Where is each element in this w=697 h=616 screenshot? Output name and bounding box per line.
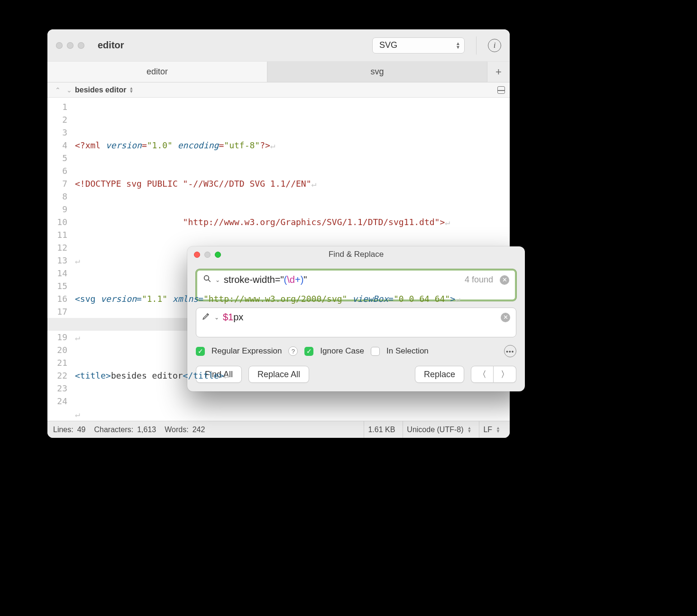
status-words-value: 242	[193, 426, 205, 434]
minimize-icon[interactable]	[67, 42, 73, 49]
clear-icon[interactable]: ✕	[500, 275, 509, 285]
path-bar: ⌃ ⌄ besides editor ▲▼	[47, 82, 510, 98]
chevron-updown-icon: ▲▼	[456, 42, 460, 49]
regex-label: Regular Expression	[211, 346, 282, 356]
status-lines-value: 49	[77, 426, 86, 434]
info-icon[interactable]: i	[488, 39, 501, 52]
svg-line-1	[208, 280, 211, 282]
chevron-updown-icon: ▲▼	[467, 426, 471, 433]
zoom-icon[interactable]	[78, 42, 84, 49]
search-icon	[203, 274, 211, 285]
path-label[interactable]: besides editor	[75, 86, 126, 94]
chevron-down-icon[interactable]: ⌄	[215, 277, 220, 283]
line-gutter: 123456789101112131415161718192021222324	[47, 98, 71, 421]
chevron-down-icon[interactable]: ⌄	[214, 314, 219, 321]
in-selection-checkbox[interactable]	[371, 347, 380, 356]
line-ending-select[interactable]: LF ▲▼	[479, 421, 504, 438]
tab-editor[interactable]: editor	[47, 62, 267, 82]
replace-text: $1px	[223, 312, 497, 323]
in-selection-label: In Selection	[386, 346, 429, 356]
tab-label: svg	[370, 67, 384, 77]
tab-label: editor	[147, 67, 168, 77]
pencil-icon	[202, 312, 211, 323]
clear-icon[interactable]: ✕	[501, 313, 510, 322]
status-bar: Lines: 49 Characters: 1,613 Words: 242 1…	[47, 421, 510, 438]
tab-svg[interactable]: svg	[267, 62, 487, 82]
layout-icon[interactable]	[497, 86, 505, 94]
encoding-select[interactable]: Unicode (UTF-8) ▲▼	[403, 421, 475, 438]
divider	[476, 36, 477, 54]
traffic-lights	[56, 42, 84, 49]
syntax-mode-label: SVG	[379, 40, 397, 50]
more-options-icon[interactable]: •••	[504, 345, 516, 357]
regex-checkbox[interactable]: ✓	[196, 347, 205, 356]
chevron-down-icon[interactable]: ⌄	[66, 86, 72, 94]
close-icon[interactable]	[56, 42, 63, 49]
status-chars-label: Characters:	[94, 426, 134, 434]
add-tab-button[interactable]: +	[487, 62, 510, 82]
find-options: ✓ Regular Expression ? ✓ Ignore Case In …	[196, 345, 516, 357]
code-area[interactable]: <?xml version="1.0" encoding="utf-8"?>↵ …	[71, 98, 510, 421]
syntax-mode-select[interactable]: SVG ▲▼	[372, 37, 465, 54]
svg-point-0	[204, 276, 209, 281]
chevron-updown-icon[interactable]: ▲▼	[129, 87, 133, 93]
editor-window: editor SVG ▲▼ i editor svg + ⌃ ⌄ besides…	[47, 29, 510, 438]
chevron-up-icon[interactable]: ⌃	[55, 86, 61, 94]
status-chars-value: 1,613	[137, 426, 156, 434]
find-count: 4 found	[465, 275, 493, 285]
chevron-updown-icon: ▲▼	[496, 426, 500, 433]
ignore-case-label: Ignore Case	[320, 346, 364, 356]
ignore-case-checkbox[interactable]: ✓	[304, 347, 313, 356]
status-lines-label: Lines:	[53, 426, 73, 434]
window-title: editor	[98, 40, 367, 51]
tab-bar: editor svg +	[47, 62, 510, 82]
titlebar: editor SVG ▲▼ i	[47, 29, 510, 62]
code-editor[interactable]: 123456789101112131415161718192021222324 …	[47, 98, 510, 421]
status-words-label: Words:	[165, 426, 188, 434]
find-text: stroke-width="(\d+)"	[224, 274, 461, 285]
help-icon[interactable]: ?	[288, 346, 298, 356]
status-size: 1.61 KB	[364, 421, 399, 438]
